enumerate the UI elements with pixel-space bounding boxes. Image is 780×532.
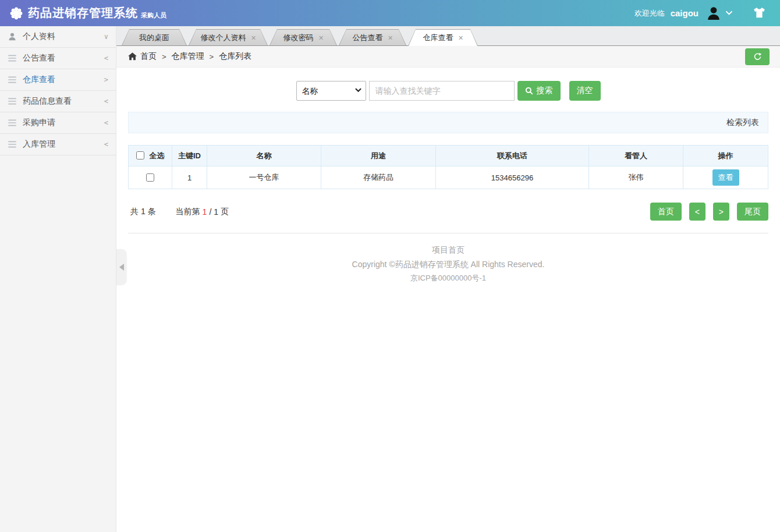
cell-name: 一号仓库 (207, 166, 321, 189)
table-row: 1 一号仓库 存储药品 1534656296 张伟 查看 (129, 166, 768, 189)
tab-label: 仓库查看 (423, 33, 453, 43)
sidebar-item-announcements[interactable]: 公告查看 < (0, 48, 116, 69)
tab-announcements[interactable]: 公告查看 × (339, 29, 406, 45)
list-panel-title: 检索列表 (726, 118, 759, 128)
search-bar: 名称 搜索 清空 (128, 81, 768, 101)
breadcrumb-separator: > (210, 52, 214, 61)
project-home-link[interactable]: 项目首页 (128, 242, 768, 257)
welcome-text: 欢迎光临 (634, 8, 665, 19)
sidebar-item-label: 仓库查看 (23, 75, 104, 85)
current-page-number: 1 (203, 207, 207, 217)
sidebar-item-warehouse[interactable]: 仓库查看 > (0, 69, 116, 91)
sidebar-item-profile[interactable]: 个人资料 ∨ (0, 26, 116, 48)
copyright-text: Copyright ©药品进销存管理系统 All Rights Reserved… (128, 257, 768, 271)
search-icon (525, 87, 533, 95)
table-header-row: 全选 主键ID 名称 用途 联系电话 看管人 操作 (129, 146, 768, 166)
refresh-button[interactable] (745, 48, 770, 65)
next-page-button[interactable]: > (713, 203, 729, 221)
chevron-left-icon: < (104, 119, 108, 127)
menu-lines-icon (8, 76, 23, 84)
tab-label: 公告查看 (352, 33, 382, 43)
column-header-name: 名称 (207, 146, 321, 166)
cell-keeper: 张伟 (589, 166, 683, 189)
avatar-icon[interactable] (705, 5, 722, 22)
chevron-left-icon: < (104, 97, 108, 105)
page-unit: 页 (221, 207, 229, 217)
breadcrumb-separator: > (162, 52, 166, 61)
sidebar-item-label: 入库管理 (23, 139, 104, 150)
logout-shirt-icon[interactable] (753, 7, 766, 19)
menu-lines-icon (8, 97, 23, 105)
main-area: 我的桌面 修改个人资料 × 修改密码 × 公告查看 × (116, 26, 780, 532)
column-header-id: 主键ID (172, 146, 207, 166)
tab-change-password[interactable]: 修改密码 × (270, 29, 337, 45)
search-button-label: 搜索 (537, 86, 553, 96)
select-all-label: 全选 (149, 151, 164, 160)
close-icon[interactable]: × (458, 33, 463, 42)
user-icon (8, 32, 23, 41)
footer: 项目首页 Copyright ©药品进销存管理系统 All Rights Res… (128, 233, 768, 285)
sidebar-item-drug-info[interactable]: 药品信息查看 < (0, 91, 116, 112)
chevron-down-icon: ∨ (104, 33, 108, 41)
tab-edit-profile[interactable]: 修改个人资料 × (189, 29, 268, 45)
sidebar: 个人资料 ∨ 公告查看 < 仓库查看 > 药品信息查看 < (0, 26, 116, 532)
column-header-action: 操作 (683, 146, 768, 166)
menu-lines-icon (8, 54, 23, 62)
close-icon[interactable]: × (318, 33, 323, 42)
prev-page-button[interactable]: < (689, 203, 705, 221)
select-all-checkbox[interactable] (136, 151, 144, 159)
chevron-down-icon[interactable] (725, 10, 733, 16)
tab-label: 修改个人资料 (200, 33, 246, 43)
select-all-header: 全选 (129, 146, 172, 166)
sidebar-collapse-handle[interactable] (116, 249, 126, 285)
total-count-label: 共 1 条 (130, 207, 156, 217)
page-separator: / (209, 207, 211, 217)
cell-phone: 1534656296 (436, 166, 589, 189)
tab-warehouse-view[interactable]: 仓库查看 × (408, 29, 478, 46)
column-header-keeper: 看管人 (589, 146, 683, 166)
current-page-prefix: 当前第 (176, 207, 200, 217)
field-select-wrap: 名称 (296, 81, 366, 101)
clear-button-label: 清空 (577, 86, 593, 96)
chevron-left-icon: < (104, 140, 108, 148)
row-checkbox[interactable] (146, 173, 154, 182)
pagination-buttons: 首页 < > 尾页 (650, 203, 768, 221)
breadcrumb: 首页 > 仓库管理 > 仓库列表 (116, 46, 780, 68)
chevron-left-icon: < (104, 54, 108, 62)
total-pages: 1 (214, 207, 218, 217)
view-button[interactable]: 查看 (712, 169, 739, 186)
column-header-purpose: 用途 (321, 146, 436, 166)
cell-id: 1 (172, 166, 207, 189)
search-field-select[interactable]: 名称 (296, 81, 366, 101)
first-page-button[interactable]: 首页 (650, 203, 682, 221)
row-checkbox-cell (129, 166, 172, 189)
app-title: 药品进销存管理系统 (28, 5, 138, 21)
breadcrumb-level1: 仓库管理 (172, 51, 204, 62)
sidebar-item-label: 个人资料 (23, 31, 104, 42)
sidebar-item-label: 公告查看 (23, 53, 104, 63)
sidebar-item-label: 采购申请 (23, 118, 104, 128)
search-input[interactable] (369, 81, 515, 101)
gear-icon (9, 6, 23, 20)
close-icon[interactable]: × (388, 33, 392, 42)
warehouse-table: 全选 主键ID 名称 用途 联系电话 看管人 操作 1 一号仓库 (128, 145, 768, 189)
cell-purpose: 存储药品 (321, 166, 436, 189)
menu-lines-icon (8, 140, 23, 148)
pagination-bar: 共 1 条 当前第 1 / 1 页 首页 < > 尾页 (128, 203, 768, 221)
icp-record-text: 京ICP备00000000号-1 (128, 271, 768, 285)
sidebar-item-purchase-request[interactable]: 采购申请 < (0, 112, 116, 134)
breadcrumb-level2: 仓库列表 (219, 51, 251, 62)
username: caigou (671, 8, 699, 18)
list-panel-header: 检索列表 (128, 112, 768, 133)
home-icon (128, 52, 137, 61)
sidebar-item-inbound[interactable]: 入库管理 < (0, 134, 116, 155)
tab-my-desktop[interactable]: 我的桌面 (122, 29, 187, 45)
last-page-button[interactable]: 尾页 (737, 203, 768, 221)
column-header-phone: 联系电话 (436, 146, 589, 166)
breadcrumb-home-link[interactable]: 首页 (140, 51, 157, 62)
search-button[interactable]: 搜索 (517, 81, 561, 101)
content-area: 名称 搜索 清空 检索列表 (116, 81, 780, 285)
tab-bar: 我的桌面 修改个人资料 × 修改密码 × 公告查看 × (116, 26, 780, 46)
clear-button[interactable]: 清空 (569, 81, 601, 101)
close-icon[interactable]: × (251, 33, 256, 42)
